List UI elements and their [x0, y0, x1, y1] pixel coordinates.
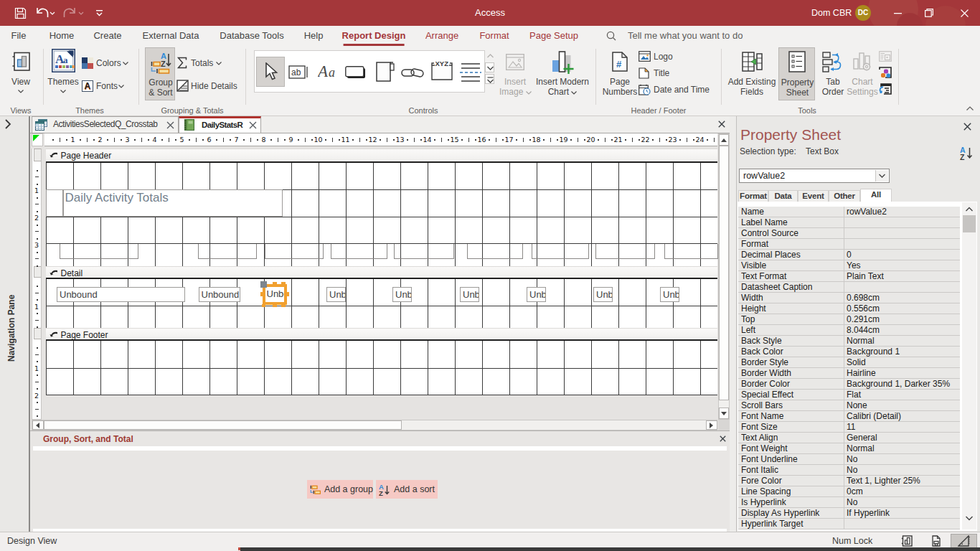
property-value[interactable]: No — [847, 465, 958, 475]
property-value[interactable]: None — [847, 400, 958, 410]
property-row[interactable]: NamerowValue2 — [738, 207, 960, 217]
property-value[interactable]: 8.044cm — [847, 325, 958, 335]
unbound-object-frame-icon[interactable]: XYZ — [430, 60, 453, 83]
property-row[interactable]: Label Name — [738, 217, 960, 228]
control-selector-combobox[interactable]: rowValue2 — [739, 169, 890, 183]
vertical-ruler[interactable]: 123112 — [32, 149, 42, 420]
horizontal-scroll-thumb[interactable] — [44, 420, 402, 430]
scroll-right-button[interactable] — [706, 420, 717, 430]
property-value[interactable]: Solid — [847, 357, 958, 367]
scroll-down-button[interactable] — [719, 408, 729, 419]
close-document-icon[interactable] — [718, 121, 725, 128]
view-code-button[interactable] — [879, 67, 892, 78]
property-row[interactable]: Line Spacing0cm — [738, 486, 960, 497]
property-value[interactable]: Hairline — [847, 368, 958, 378]
design-view-button-active[interactable] — [951, 534, 977, 548]
property-row[interactable]: Is HyperlinkNo — [738, 497, 960, 508]
selection-resize-handle[interactable] — [273, 304, 277, 307]
user-avatar[interactable]: DC — [855, 5, 871, 21]
selection-resize-handle[interactable] — [281, 282, 286, 285]
unbound-textbox[interactable]: Unbound — [527, 287, 546, 302]
ribbon-tab-file[interactable]: File — [11, 26, 27, 46]
property-value[interactable]: Calibri (Detail) — [847, 411, 958, 421]
totals-button[interactable]: Totals — [176, 57, 221, 70]
convert-macros-button[interactable] — [878, 83, 892, 95]
unbound-textbox[interactable]: Unbound — [593, 287, 613, 302]
property-row[interactable]: Top0.291cm — [738, 314, 960, 325]
ribbon-tab-arrange[interactable]: Arrange — [425, 26, 458, 46]
navigation-pane-collapsed[interactable]: Navigation Pane — [0, 116, 29, 532]
section-bar-detail[interactable]: Detail — [46, 266, 718, 278]
property-value[interactable]: Normal — [847, 443, 958, 453]
property-row[interactable]: Scroll BarsNone — [738, 400, 960, 411]
undo-button[interactable] — [33, 0, 57, 26]
themes-button[interactable]: A a Themes — [50, 47, 76, 102]
combobox-dropdown-button[interactable] — [875, 170, 888, 182]
select-pointer-control-active[interactable] — [256, 57, 285, 87]
report-title-label[interactable]: Daily Activity Totals — [63, 189, 283, 217]
property-value[interactable]: Normal — [847, 336, 958, 346]
group-and-sort-button-active[interactable]: A Z Group & Sort — [145, 47, 175, 100]
user-name[interactable]: Dom CBR — [811, 0, 852, 26]
ribbon-tab-database-tools[interactable]: Database Tools — [220, 26, 283, 46]
property-tab-other[interactable]: Other — [829, 190, 860, 202]
property-row[interactable]: Width0.698cm — [738, 293, 960, 303]
property-row[interactable]: Font UnderlineNo — [738, 454, 960, 465]
selection-resize-handle[interactable] — [262, 304, 266, 307]
save-button[interactable] — [10, 0, 30, 26]
v-ruler-section-box[interactable] — [34, 266, 42, 278]
scroll-down-icon[interactable] — [966, 516, 973, 521]
property-value[interactable]: 0.291cm — [847, 314, 958, 324]
add-a-sort-button[interactable]: A Z Add a sort — [376, 480, 438, 499]
close-property-sheet-icon[interactable] — [963, 123, 971, 131]
report-view-button[interactable] — [895, 533, 919, 548]
property-row[interactable]: Back StyleNormal — [738, 336, 960, 347]
v-ruler-section-box[interactable] — [34, 149, 42, 161]
fonts-button[interactable]: A A Fonts — [81, 80, 124, 93]
scroll-up-icon[interactable] — [966, 207, 973, 212]
property-row[interactable]: Decimal Places0 — [738, 250, 960, 260]
selection-move-handle[interactable] — [260, 281, 267, 288]
view-button[interactable]: View — [7, 47, 34, 102]
button-control-icon[interactable] — [345, 66, 366, 79]
selection-resize-handle[interactable] — [281, 304, 286, 307]
print-preview-button[interactable] — [924, 533, 948, 548]
section-bar-page-header[interactable]: Page Header — [46, 149, 718, 161]
close-tab-icon[interactable] — [166, 121, 175, 130]
property-value[interactable]: 0cm — [847, 486, 958, 496]
property-row[interactable]: Special EffectFlat — [738, 390, 960, 400]
document-tab-activitiesselectedq_crosstab[interactable]: ActivitiesSelectedQ_Crosstab — [32, 116, 179, 133]
tell-me-search-box[interactable]: Tell me what you want to do — [628, 26, 743, 46]
property-row[interactable]: Left8.044cm — [738, 325, 960, 336]
unbound-textbox[interactable]: Unbound — [57, 287, 185, 302]
report-design-canvas[interactable]: 1234567891011121314151617181920212223241… — [30, 133, 730, 448]
property-value[interactable]: 0 — [847, 250, 958, 260]
property-value[interactable]: 0.698cm — [847, 293, 958, 303]
document-tab-dailystatsr[interactable]: DailyStatsR — [179, 116, 261, 133]
vertical-scroll-thumb[interactable] — [719, 146, 729, 400]
property-row[interactable]: Font Size11 — [738, 422, 960, 433]
selection-resize-handle[interactable] — [260, 292, 263, 296]
gallery-scroll-down-button[interactable] — [485, 62, 494, 72]
title-button[interactable]: Title — [637, 67, 709, 80]
unbound-textbox[interactable]: Unbound — [392, 287, 412, 302]
close-group-sort-panel-icon[interactable] — [720, 435, 726, 442]
property-row[interactable]: Hyperlink Target — [738, 519, 960, 529]
property-row[interactable]: Control Source — [738, 228, 960, 239]
property-row[interactable]: Datasheet Caption — [738, 282, 960, 293]
property-row[interactable]: Display As HyperlinkIf Hyperlink — [738, 508, 960, 519]
property-value[interactable]: rowValue2 — [847, 207, 958, 217]
property-row[interactable]: Back ColorBackground 1 — [738, 347, 960, 357]
property-value[interactable]: No — [847, 454, 958, 464]
section-grid-2[interactable] — [46, 341, 718, 395]
unbound-textbox[interactable]: Unbound — [660, 287, 679, 302]
property-value[interactable]: Flat — [847, 390, 958, 400]
unbound-textbox[interactable]: Unbound — [460, 287, 479, 302]
property-value[interactable]: 11 — [847, 422, 958, 432]
property-row[interactable]: Fore ColorText 1, Lighter 25% — [738, 476, 960, 486]
hyperlink-control-icon[interactable] — [401, 67, 424, 79]
canvas-horizontal-scrollbar[interactable] — [32, 420, 717, 430]
insert-page-break-icon[interactable] — [460, 62, 481, 83]
label-control-icon[interactable]: A a — [318, 63, 338, 80]
selection-resize-handle[interactable] — [273, 282, 277, 285]
